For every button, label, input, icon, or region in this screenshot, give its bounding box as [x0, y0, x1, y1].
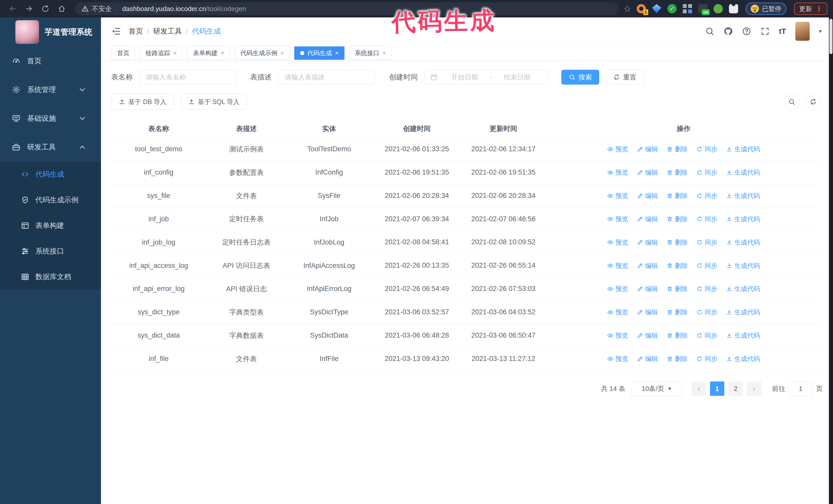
help-icon[interactable] — [742, 27, 751, 36]
row-action-link[interactable]: 同步 — [696, 331, 717, 340]
browser-extension-icon[interactable] — [651, 3, 662, 14]
next-page-button[interactable]: › — [747, 381, 761, 396]
goto-page-input[interactable] — [789, 381, 812, 396]
row-action-link[interactable]: 同步 — [696, 262, 717, 270]
view-tab[interactable]: 代码生成 × — [294, 46, 344, 60]
page-scrollbar[interactable] — [829, 18, 833, 504]
view-tab[interactable]: 代码生成示例 × — [235, 46, 290, 60]
prev-page-button[interactable]: ‹ — [691, 381, 706, 396]
row-action-link[interactable]: 编辑 — [637, 331, 658, 340]
reset-button[interactable]: 重置 — [606, 70, 644, 85]
view-tab[interactable]: 系统接口 × — [349, 46, 392, 60]
sidebar-menu-item[interactable]: 研发工具 — [0, 133, 101, 162]
row-action-link[interactable]: 删除 — [667, 262, 688, 270]
row-action-link[interactable]: 生成代码 — [726, 355, 760, 363]
view-tab[interactable]: 链路追踪 × — [140, 46, 183, 60]
browser-extension-icon[interactable]: 1 — [636, 3, 647, 14]
page-number-button[interactable]: 1 — [710, 381, 724, 396]
row-action-link[interactable]: 预览 — [607, 215, 628, 223]
scrollbar-thumb[interactable] — [829, 19, 832, 54]
browser-reload-icon[interactable] — [39, 2, 52, 16]
row-action-link[interactable]: 删除 — [667, 168, 688, 177]
refresh-table-button[interactable] — [805, 94, 821, 110]
row-action-link[interactable]: 删除 — [667, 308, 688, 316]
row-action-link[interactable]: 删除 — [667, 331, 688, 340]
row-action-link[interactable]: 预览 — [607, 331, 628, 340]
view-tab[interactable]: 表单构建 × — [187, 46, 230, 60]
browser-home-icon[interactable] — [55, 2, 69, 16]
row-action-link[interactable]: 编辑 — [637, 285, 658, 293]
row-action-link[interactable]: 删除 — [667, 285, 688, 293]
row-action-link[interactable]: 生成代码 — [726, 168, 760, 177]
sidebar-submenu-item[interactable]: 表单构建 — [0, 213, 101, 238]
row-action-link[interactable]: 编辑 — [637, 192, 658, 200]
avatar[interactable] — [795, 22, 810, 41]
row-action-link[interactable]: 编辑 — [637, 262, 658, 270]
row-action-link[interactable]: 编辑 — [637, 215, 658, 223]
row-action-link[interactable]: 删除 — [667, 238, 688, 247]
row-action-link[interactable]: 预览 — [607, 238, 628, 247]
font-size-icon[interactable]: tT — [779, 27, 786, 35]
row-action-link[interactable]: 生成代码 — [726, 262, 760, 270]
sql-import-button[interactable]: 基于 SQL 导入 — [181, 94, 247, 110]
row-action-link[interactable]: 同步 — [696, 285, 717, 293]
collapse-sidebar-icon[interactable] — [111, 26, 121, 36]
row-action-link[interactable]: 编辑 — [637, 355, 658, 363]
fullscreen-icon[interactable] — [760, 27, 770, 36]
row-action-link[interactable]: 同步 — [696, 192, 717, 200]
page-size-select[interactable]: 10条/页 ▾ — [631, 381, 682, 396]
date-range-picker[interactable]: 开始日期 - 结束日期 — [425, 70, 548, 85]
row-action-link[interactable]: 同步 — [696, 168, 717, 177]
close-tab-icon[interactable]: × — [335, 49, 339, 57]
row-action-link[interactable]: 编辑 — [637, 145, 658, 153]
row-action-link[interactable]: 预览 — [607, 285, 628, 293]
row-action-link[interactable]: 预览 — [607, 262, 628, 270]
browser-extension-icon[interactable] — [728, 3, 739, 14]
close-tab-icon[interactable]: × — [173, 49, 177, 57]
row-action-link[interactable]: 同步 — [696, 215, 717, 223]
row-action-link[interactable]: 生成代码 — [726, 192, 760, 200]
sidebar-submenu-item[interactable]: 代码生成示例 — [0, 187, 101, 213]
breadcrumb-item[interactable]: / 代码生成 — [182, 26, 221, 36]
row-action-link[interactable]: 预览 — [607, 308, 628, 316]
db-import-button[interactable]: 基于 DB 导入 — [111, 94, 174, 110]
row-action-link[interactable]: 生成代码 — [726, 331, 760, 340]
browser-menu-icon[interactable]: ⋮ — [815, 5, 822, 13]
view-tab[interactable]: 首页 — [111, 46, 135, 60]
page-number-button[interactable]: 2 — [729, 381, 743, 396]
row-action-link[interactable]: 同步 — [696, 145, 717, 153]
sidebar-menu-item[interactable]: 系统管理 — [0, 75, 101, 104]
browser-forward-icon[interactable] — [22, 2, 36, 16]
row-action-link[interactable]: 编辑 — [637, 168, 658, 177]
row-action-link[interactable]: 生成代码 — [726, 215, 760, 223]
row-action-link[interactable]: 生成代码 — [726, 285, 760, 293]
row-action-link[interactable]: 预览 — [607, 355, 628, 363]
row-action-link[interactable]: 预览 — [607, 145, 628, 153]
browser-back-icon[interactable] — [6, 2, 20, 16]
row-action-link[interactable]: 生成代码 — [726, 238, 760, 247]
app-logo-row[interactable]: 芋道管理系统 — [0, 18, 101, 44]
row-action-link[interactable]: 预览 — [607, 168, 628, 177]
close-tab-icon[interactable]: × — [382, 49, 386, 57]
row-action-link[interactable]: 生成代码 — [726, 308, 760, 316]
toggle-search-button[interactable] — [784, 94, 800, 110]
row-action-link[interactable]: 编辑 — [637, 308, 658, 316]
row-action-link[interactable]: 同步 — [696, 308, 717, 316]
row-action-link[interactable]: 删除 — [667, 355, 688, 363]
row-action-link[interactable]: 同步 — [696, 355, 717, 363]
sidebar-submenu-item[interactable]: 代码生成 — [0, 162, 101, 187]
breadcrumb-item[interactable]: / 研发工具 — [143, 26, 182, 36]
browser-extension-icon[interactable]: ✓ — [667, 3, 677, 14]
browser-extension-icon[interactable]: on — [697, 3, 708, 14]
browser-update-button[interactable]: 更新 ⋮ — [794, 3, 827, 15]
close-tab-icon[interactable]: × — [280, 49, 284, 57]
row-action-link[interactable]: 同步 — [696, 238, 717, 247]
row-action-link[interactable]: 删除 — [667, 192, 688, 200]
address-bar[interactable]: 不安全 dashboard.yudao.iocoder.cn /tool/cod… — [75, 2, 619, 15]
row-action-link[interactable]: 删除 — [667, 145, 688, 153]
browser-extension-icon[interactable] — [713, 3, 723, 14]
search-icon[interactable] — [705, 27, 714, 36]
paused-extension-pill[interactable]: 已暂停 — [745, 3, 786, 15]
row-action-link[interactable]: 生成代码 — [726, 145, 760, 153]
row-action-link[interactable]: 删除 — [667, 215, 688, 223]
